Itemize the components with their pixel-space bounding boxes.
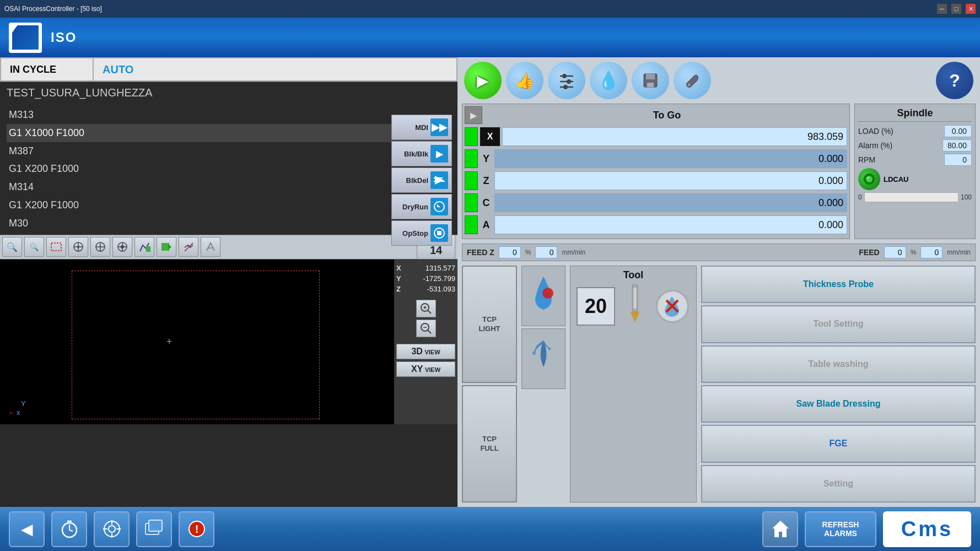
code-line-2[interactable]: G1 X1000 F1000 — [7, 124, 451, 142]
side-toolbar: MDI ▶ ▶ Blk/Blk ▶ BlkDel — [391, 115, 452, 246]
left-panel: IN CYCLE AUTO MDI ▶ ▶ Blk/Blk ▶ — [0, 57, 457, 507]
dro-y-label: Y — [480, 153, 492, 165]
spindle-ldcau-label: LDCAU — [884, 175, 909, 183]
logo-inner — [12, 25, 39, 50]
thumbs-up-button[interactable]: 👍 — [506, 62, 543, 99]
back-button[interactable]: ◀ — [9, 511, 45, 547]
feed-z-pct-unit: % — [525, 249, 531, 256]
dro-value-z: 0.000 — [494, 171, 847, 190]
logo — [9, 23, 42, 53]
code-line-4: G1 X200 F1000 — [7, 160, 451, 178]
spindle-slider[interactable] — [864, 192, 959, 202]
spindle-icon-row: LDCAU — [858, 168, 972, 190]
wrench-button[interactable] — [674, 62, 711, 99]
canvas-zoom-out-button[interactable] — [416, 320, 436, 337]
xy-view-button[interactable]: XY VIEW — [396, 361, 455, 377]
tcp-light-button[interactable]: TCPLIGHT — [462, 266, 517, 383]
feed-z-val: 0 — [535, 246, 557, 258]
mdi-button[interactable]: MDI ▶ ▶ — [391, 115, 452, 140]
tool-number: 20 — [577, 287, 615, 326]
zoom-out-button[interactable]: 🔍 — [24, 237, 44, 257]
dryrun-button[interactable]: DryRun — [391, 194, 452, 219]
dro-status-x — [465, 127, 478, 146]
dro-section: ▶ To Go X 983.059 Y 0.000 — [462, 104, 976, 239]
simulate-button[interactable] — [157, 237, 176, 257]
grid-button[interactable] — [179, 237, 198, 257]
save-button[interactable] — [632, 62, 669, 99]
y-axis-label: Y — [21, 399, 26, 408]
titlebar: OSAI ProcessController - [50 iso] ─ □ ✕ — [0, 0, 980, 18]
table-washing-button[interactable]: Table washing — [701, 345, 976, 383]
canvas-zoom-in-button[interactable] — [416, 300, 436, 317]
opstop-icon — [430, 224, 448, 242]
icon-row: ▶ 👍 💧 ? — [462, 62, 976, 99]
dro-c-label: C — [480, 197, 492, 209]
refresh-alarms-button[interactable]: REFRESH ALARMS — [805, 511, 876, 547]
graph-toolbar: 🔍 🔍 — [0, 235, 457, 259]
fge-button[interactable]: FGE — [701, 425, 976, 462]
spindle-load-label: LOAD (%) — [858, 127, 893, 136]
svg-point-10 — [77, 246, 79, 248]
right-action-buttons: Thickness Probe Tool Setting Table washi… — [701, 266, 976, 503]
dro-a-label: A — [480, 219, 492, 231]
tool-drill-icon — [620, 285, 650, 327]
canvas-border — [72, 271, 320, 419]
dro-value-x: 983.059 — [502, 127, 847, 146]
dro-status-a — [465, 215, 478, 234]
view-button[interactable] — [201, 237, 220, 257]
pan-button[interactable] — [112, 237, 132, 257]
blkblk-button[interactable]: Blk/Blk ▶ — [391, 141, 452, 166]
settings-sliders-button[interactable] — [548, 62, 585, 99]
maximize-button[interactable]: □ — [951, 4, 961, 14]
header: ISO — [0, 18, 980, 57]
cms-logo: Cms — [883, 511, 971, 547]
feed-section: FEED Z 0 % 0 mm/min FEED 0 % 0 mm/min — [462, 244, 976, 261]
dro-value-a: 0.000 — [494, 215, 847, 234]
home-button[interactable] — [762, 511, 798, 547]
svg-point-33 — [567, 79, 571, 84]
move-center-button[interactable] — [68, 237, 88, 257]
play-button[interactable]: ▶ — [464, 62, 502, 99]
app-title: ISO — [51, 30, 77, 45]
feed-z-pct-value: 0 — [499, 246, 521, 258]
blkdel-button[interactable]: BlkDel — [391, 168, 452, 193]
dro-play-button[interactable]: ▶ — [465, 106, 482, 124]
spindle-panel: Spindle LOAD (%) 0.00 Alarm (%) 80.00 RP… — [854, 104, 976, 239]
minimize-button[interactable]: ─ — [937, 4, 947, 14]
svg-point-44 — [532, 352, 536, 355]
3d-view-button[interactable]: 3D VIEW — [396, 344, 455, 359]
svg-rect-49 — [632, 287, 638, 309]
dro-status-c — [465, 193, 478, 212]
zoom-fit-button[interactable]: 🔍 — [2, 237, 22, 257]
opstop-button[interactable]: OpStop — [391, 220, 452, 246]
crosshair-button[interactable] — [94, 511, 130, 547]
tool-setting-button[interactable]: Tool Setting — [701, 305, 976, 343]
code-area: M313 G1 X1000 F1000 M387 G1 X200 F1000 M… — [0, 104, 457, 235]
coolant-button[interactable]: 💧 — [590, 62, 627, 99]
tcp-full-button[interactable]: TCPFULL — [462, 385, 517, 503]
svg-rect-6 — [51, 243, 61, 251]
svg-rect-37 — [646, 74, 655, 79]
alert-button[interactable]: ! — [179, 511, 214, 547]
spindle-title: Spindle — [858, 107, 972, 122]
svg-marker-48 — [631, 312, 639, 323]
timer-button[interactable] — [51, 511, 87, 547]
canvas-view: + Y ← x X 1315.577 Y -1725.799 Z -531. — [0, 259, 457, 424]
feed-unit: mm/min — [947, 249, 971, 256]
tool-path-button[interactable] — [134, 237, 154, 257]
setting-button[interactable]: Setting — [701, 465, 976, 503]
tool-cancel-icon — [654, 285, 690, 327]
svg-rect-64 — [149, 520, 162, 531]
saw-blade-dressing-button[interactable]: Saw Blade Dressing — [701, 385, 976, 423]
thickness-probe-button[interactable]: Thickness Probe — [701, 266, 976, 303]
help-button[interactable]: ? — [936, 62, 973, 99]
svg-rect-38 — [647, 83, 654, 87]
svg-line-54 — [69, 530, 73, 531]
svg-point-46 — [536, 345, 539, 348]
tray-button[interactable] — [136, 511, 172, 547]
close-button[interactable]: ✕ — [966, 4, 976, 14]
select-box-button[interactable] — [46, 237, 66, 257]
dro-panel: ▶ To Go X 983.059 Y 0.000 — [462, 104, 850, 239]
zoom-window-button[interactable] — [90, 237, 110, 257]
tool-cancel-circle — [656, 290, 689, 323]
